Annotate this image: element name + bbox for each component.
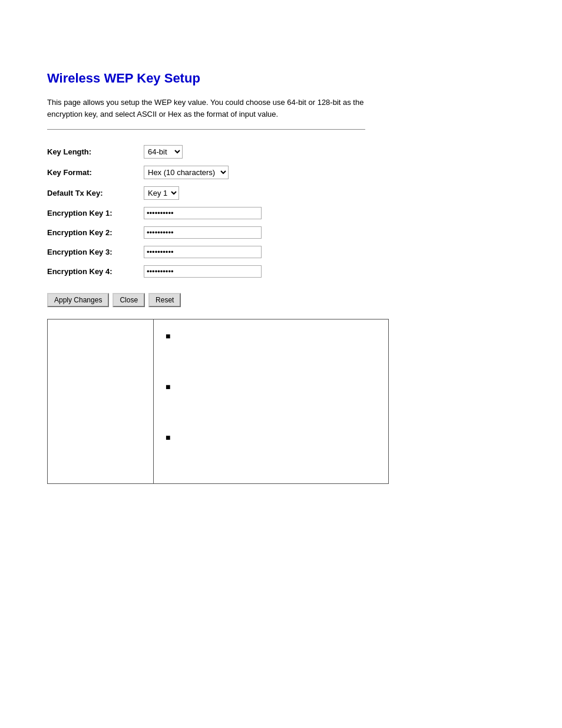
key-length-label: Key Length:	[47, 141, 141, 162]
key-length-select[interactable]: 64-bit 128-bit	[144, 145, 183, 159]
bottom-table: ■ ■ ■	[47, 319, 389, 484]
button-row: Apply Changes Close Reset	[47, 293, 365, 307]
divider	[47, 129, 365, 130]
default-tx-control: Key 1 Key 2 Key 3 Key 4	[141, 183, 267, 203]
enc-key1-row: Encryption Key 1:	[47, 203, 267, 223]
default-tx-row: Default Tx Key: Key 1 Key 2 Key 3 Key 4	[47, 183, 267, 203]
bottom-table-right: ■ ■ ■	[154, 319, 388, 483]
enc-key3-label: Encryption Key 3:	[47, 242, 141, 262]
key-format-label: Key Format:	[47, 162, 141, 183]
form-table: Key Length: 64-bit 128-bit Key Format: H…	[47, 141, 267, 281]
page-description: This page allows you setup the WEP key v…	[47, 97, 365, 120]
enc-key4-row: Encryption Key 4:	[47, 262, 267, 281]
enc-key1-label: Encryption Key 1:	[47, 203, 141, 223]
enc-key4-label: Encryption Key 4:	[47, 262, 141, 281]
page-title: Wireless WEP Key Setup	[47, 71, 365, 86]
page-container: Wireless WEP Key Setup This page allows …	[0, 0, 412, 519]
key-format-row: Key Format: Hex (10 characters) ASCII (5…	[47, 162, 267, 183]
enc-key1-control	[141, 203, 267, 223]
enc-key2-row: Encryption Key 2:	[47, 223, 267, 242]
bullet-item-1: ■	[166, 325, 376, 341]
enc-key4-control	[141, 262, 267, 281]
enc-key3-row: Encryption Key 3:	[47, 242, 267, 262]
enc-key2-control	[141, 223, 267, 242]
default-tx-select[interactable]: Key 1 Key 2 Key 3 Key 4	[144, 186, 179, 200]
bullet-item-3: ■	[166, 427, 376, 442]
close-button[interactable]: Close	[113, 293, 145, 307]
enc-key2-input[interactable]	[144, 226, 262, 239]
apply-changes-button[interactable]: Apply Changes	[47, 293, 109, 307]
key-format-select[interactable]: Hex (10 characters) ASCII (5 characters)	[144, 166, 229, 179]
default-tx-label: Default Tx Key:	[47, 183, 141, 203]
key-length-control: 64-bit 128-bit	[141, 141, 267, 162]
enc-key2-label: Encryption Key 2:	[47, 223, 141, 242]
enc-key3-input[interactable]	[144, 246, 262, 258]
enc-key4-input[interactable]	[144, 265, 262, 278]
reset-button[interactable]: Reset	[148, 293, 181, 307]
enc-key1-input[interactable]	[144, 207, 262, 219]
bullet-item-2: ■	[166, 376, 376, 391]
key-length-row: Key Length: 64-bit 128-bit	[47, 141, 267, 162]
key-format-control: Hex (10 characters) ASCII (5 characters)	[141, 162, 267, 183]
bottom-table-left	[48, 319, 154, 483]
enc-key3-control	[141, 242, 267, 262]
